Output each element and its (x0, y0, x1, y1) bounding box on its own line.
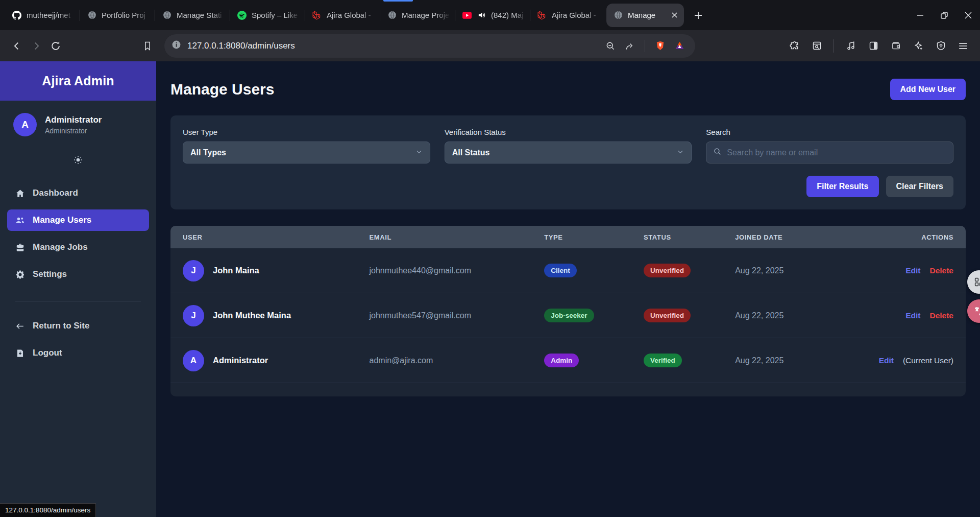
theme-toggle-sun-icon[interactable] (73, 155, 83, 167)
spotify-icon (237, 11, 247, 20)
tab-manage-users-active[interactable]: Manage (606, 4, 684, 27)
sidebar-item-return-to-site[interactable]: Return to Site (7, 315, 149, 337)
col-header-joined: JOINED DATE (735, 233, 878, 241)
users-icon (15, 215, 25, 225)
avatar: A (183, 350, 204, 371)
table-header-row: USER EMAIL TYPE STATUS JOINED DATE ACTIO… (170, 226, 966, 248)
profile-role: Administrator (45, 127, 102, 135)
address-bar[interactable]: 127.0.0.1:8080/admin/users (164, 34, 695, 58)
sidebar-item-logout[interactable]: Logout (7, 342, 149, 364)
tab-title: Ajira Global - (327, 11, 375, 19)
edit-link[interactable]: Edit (879, 356, 894, 365)
user-type-select[interactable]: All Types (183, 142, 430, 163)
delete-link[interactable]: Delete (929, 266, 953, 275)
tab-github[interactable]: mutheejj/met (5, 0, 80, 30)
sidebar-item-settings[interactable]: Settings (7, 264, 149, 285)
sidebar-item-label: Return to Site (33, 321, 89, 331)
new-tab-button[interactable] (690, 7, 707, 24)
main-panel: Manage Users Add New User User Type All … (156, 61, 980, 517)
add-new-user-button[interactable]: Add New User (890, 79, 966, 100)
leo-ai-sparkle-icon[interactable] (909, 36, 928, 56)
tab-loading-indicator (383, 0, 413, 2)
brave-rewards-bat-icon[interactable] (670, 36, 689, 56)
tab-title: Spotify – Like (252, 11, 300, 19)
globe-icon (87, 11, 96, 20)
restore-button[interactable] (932, 0, 956, 30)
forward-button[interactable] (27, 36, 46, 56)
home-icon (15, 189, 25, 198)
globe-icon (614, 11, 623, 20)
menu-hamburger-icon[interactable] (953, 36, 973, 56)
minimize-button[interactable] (908, 0, 932, 30)
sidebar-nav: Dashboard Manage Users Manage Jobs Setti… (0, 167, 156, 364)
user-email: johnmuthee547@gmail.com (370, 311, 545, 320)
zoom-out-icon[interactable] (601, 36, 620, 56)
sidebar-item-dashboard[interactable]: Dashboard (7, 182, 149, 204)
vpn-shield-icon[interactable] (931, 36, 950, 56)
tab-spotify[interactable]: Spotify – Like (230, 0, 305, 30)
brave-shields-icon[interactable] (650, 36, 670, 56)
search-label: Search (706, 128, 953, 136)
tab-ajira-2[interactable]: Ajira Global - (530, 0, 605, 30)
type-badge: Admin (544, 354, 579, 367)
verification-status-field: Verification Status All Status (445, 128, 692, 163)
close-window-button[interactable] (956, 0, 980, 30)
extensions-puzzle-icon[interactable] (785, 36, 804, 56)
edit-link[interactable]: Edit (905, 266, 920, 275)
url-text[interactable]: 127.0.0.1:8080/admin/users (187, 41, 601, 51)
profile-block: A Administrator Administrator (0, 101, 156, 139)
browser-tab-strip: mutheejj/met Portfolio Proj Manage Stati… (0, 0, 980, 30)
tab-title: Ajira Global - (552, 11, 600, 19)
search-input[interactable] (727, 148, 946, 157)
media-music-icon[interactable] (841, 36, 861, 56)
search-window-icon[interactable] (807, 36, 826, 56)
divider (645, 40, 645, 52)
share-icon[interactable] (620, 36, 640, 56)
sidebar-item-label: Manage Jobs (33, 242, 88, 252)
tab-title: Manage Stati (177, 11, 225, 19)
tab-manage-projects[interactable]: Manage Proje (380, 0, 455, 30)
tab-portfolio[interactable]: Portfolio Proj (80, 0, 155, 30)
back-button[interactable] (7, 36, 27, 56)
clear-filters-button[interactable]: Clear Filters (886, 176, 953, 197)
sidebar-item-manage-jobs[interactable]: Manage Jobs (7, 237, 149, 258)
wallet-icon[interactable] (886, 36, 905, 56)
table-row: A Administrator admin@ajira.com Admin Ve… (170, 338, 966, 383)
user-email: admin@ajira.com (370, 356, 545, 365)
tab-ajira-1[interactable]: Ajira Global - (305, 0, 380, 30)
sidebar-toggle-icon[interactable] (864, 36, 883, 56)
brand-title: Ajira Admin (0, 61, 156, 101)
col-header-actions: ACTIONS (878, 233, 966, 241)
reload-button[interactable] (46, 36, 65, 56)
joined-date: Aug 22, 2025 (735, 266, 878, 275)
status-bar-url: 127.0.0.1:8080/admin/users (0, 503, 96, 517)
tab-manage-stations[interactable]: Manage Stati (155, 0, 230, 30)
globe-icon (387, 11, 397, 20)
user-type-label: User Type (183, 128, 430, 136)
toolbar-extensions-area (785, 36, 973, 56)
col-header-status: STATUS (644, 233, 735, 241)
user-type-field: User Type All Types (183, 128, 430, 163)
type-badge: Job-seeker (544, 309, 594, 322)
audio-speaker-icon (477, 11, 486, 20)
avatar: A (13, 113, 37, 136)
search-field: Search (706, 128, 953, 163)
edit-link[interactable]: Edit (905, 311, 920, 320)
tab-youtube[interactable]: (842) Maj (455, 0, 530, 30)
user-name: John Maina (213, 266, 259, 275)
delete-link[interactable]: Delete (929, 311, 953, 320)
laravel-icon (312, 11, 322, 20)
bookmark-icon[interactable] (138, 36, 157, 56)
tab-title: (842) Maj (491, 11, 525, 19)
type-badge: Client (544, 264, 577, 277)
joined-date: Aug 22, 2025 (735, 311, 878, 320)
tab-close-icon[interactable] (670, 11, 679, 20)
status-badge: Unverified (644, 264, 691, 277)
filter-results-button[interactable]: Filter Results (806, 176, 878, 197)
verification-status-select[interactable]: All Status (445, 142, 692, 163)
sidebar-item-manage-users[interactable]: Manage Users (7, 209, 149, 231)
site-info-icon[interactable] (172, 40, 181, 52)
sidebar-item-label: Settings (33, 269, 67, 279)
logout-icon (15, 348, 25, 358)
users-table: USER EMAIL TYPE STATUS JOINED DATE ACTIO… (170, 226, 966, 396)
